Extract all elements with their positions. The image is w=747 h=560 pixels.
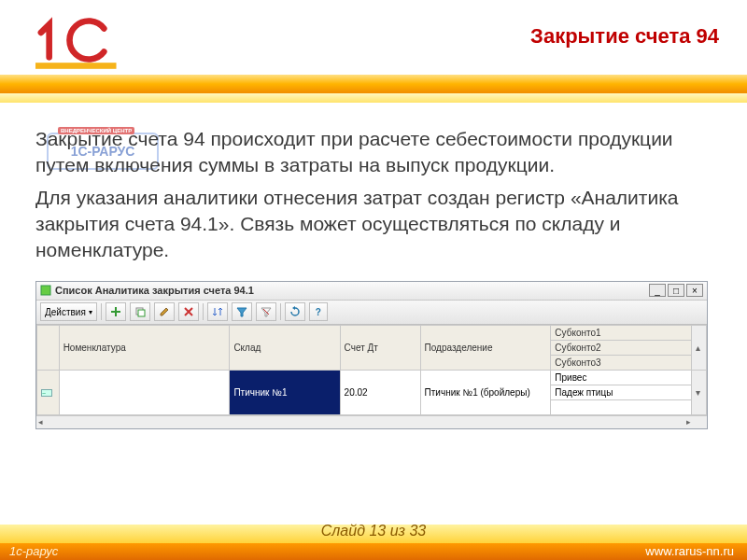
svg-rect-3 xyxy=(111,311,120,313)
record-marker-icon: ~ xyxy=(41,389,52,397)
refresh-icon[interactable] xyxy=(285,302,305,321)
register-window: Список Аналитика закрытия счета 94.1 _ □… xyxy=(35,281,708,429)
cell-department[interactable]: Птичник №1 (бройлеры) xyxy=(420,370,551,414)
row-marker-header xyxy=(37,325,60,370)
sort-icon[interactable] xyxy=(207,302,228,321)
svg-rect-0 xyxy=(35,63,117,69)
cell-subconto2[interactable]: Падеж птицы xyxy=(551,385,691,399)
filter-icon[interactable] xyxy=(232,302,252,321)
cell-subconto1[interactable]: Привес xyxy=(551,370,691,385)
scroll-down-icon[interactable]: ▾ xyxy=(691,370,706,414)
cell-nomenclature[interactable] xyxy=(59,370,230,414)
filter-clear-icon[interactable] xyxy=(256,302,276,321)
footer-stripe-orange xyxy=(0,543,747,560)
cell-warehouse[interactable]: Птичник №1 xyxy=(230,370,340,414)
scroll-left-icon[interactable]: ◂ xyxy=(38,417,43,427)
window-title: Список Аналитика закрытия счета 94.1 xyxy=(55,285,649,296)
svg-rect-1 xyxy=(41,286,50,295)
svg-rect-5 xyxy=(138,310,145,316)
slide-title: Закрытие счета 94 xyxy=(530,24,719,49)
help-icon[interactable]: ? xyxy=(309,302,328,321)
window-toolbar: Действия▾ ? xyxy=(36,301,707,325)
decorative-cloud xyxy=(560,476,710,532)
cell-subconto3[interactable] xyxy=(551,399,691,414)
actions-menu-button[interactable]: Действия▾ xyxy=(40,302,97,321)
decorative-cloud xyxy=(19,476,168,532)
data-grid[interactable]: Номенклатура Склад Счет Дт Подразделение… xyxy=(36,325,707,428)
header-stripe-orange xyxy=(0,75,747,93)
window-titlebar: Список Аналитика закрытия счета 94.1 _ □… xyxy=(36,282,707,301)
slide-body: Закрытие счета 94 происходит при расчете… xyxy=(0,103,747,264)
col-header-subconto3[interactable]: Субконто3 xyxy=(551,355,691,370)
delete-icon[interactable] xyxy=(178,302,199,321)
scroll-right-icon[interactable]: ▸ xyxy=(686,417,691,427)
col-header-subconto2[interactable]: Субконто2 xyxy=(551,340,691,355)
col-header-department[interactable]: Подразделение xyxy=(420,325,551,370)
scroll-up-icon[interactable]: ▴ xyxy=(691,325,706,370)
row-marker[interactable]: ~ xyxy=(37,370,60,414)
add-copy-icon[interactable] xyxy=(130,302,150,321)
col-header-warehouse[interactable]: Склад xyxy=(230,325,340,370)
slide-counter: Слайд 13 из 33 xyxy=(321,523,426,539)
add-icon[interactable] xyxy=(106,302,126,321)
horizontal-scrollbar[interactable]: ◂ ▸ xyxy=(36,415,707,428)
logo-1c xyxy=(35,9,118,75)
window-icon xyxy=(40,285,51,296)
col-header-account[interactable]: Счет Дт xyxy=(340,325,420,370)
paragraph-2: Для указания аналитики отнесения затрат … xyxy=(35,185,719,264)
paragraph-1: Закрытие счета 94 происходит при расчете… xyxy=(35,126,719,179)
header-stripe-yellow xyxy=(0,93,747,103)
col-header-nomenclature[interactable]: Номенклатура xyxy=(59,325,230,370)
footer-brand-right: www.rarus-nn.ru xyxy=(645,544,734,558)
edit-icon[interactable] xyxy=(154,302,175,321)
minimize-button[interactable]: _ xyxy=(649,284,666,297)
footer-brand-left: 1с-рарус xyxy=(9,544,58,558)
col-header-subconto1[interactable]: Субконто1 xyxy=(551,325,691,340)
close-button[interactable]: × xyxy=(686,284,703,297)
maximize-button[interactable]: □ xyxy=(668,284,684,297)
cell-account[interactable]: 20.02 xyxy=(340,370,420,414)
